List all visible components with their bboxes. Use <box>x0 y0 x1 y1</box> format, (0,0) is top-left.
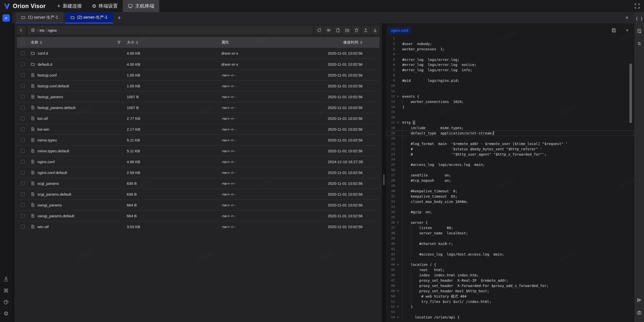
row-checkbox[interactable] <box>21 225 25 229</box>
fold-arrow-icon[interactable]: ∨ <box>395 220 401 225</box>
open-file-chip[interactable]: nginx.conf <box>388 27 411 34</box>
row-checkbox[interactable] <box>21 84 25 88</box>
file-row-koi-utf[interactable]: koi-utf2.77 KB-rw-r--r--2020-11-01 10:02… <box>17 113 379 124</box>
delete-icon[interactable] <box>352 26 361 34</box>
code-text <box>401 167 634 173</box>
line-number: 27 <box>386 173 395 178</box>
row-checkbox[interactable] <box>21 106 25 110</box>
file-row-mime.types.default[interactable]: mime.types.default5.11 KB-rw-r--r--2020-… <box>17 145 379 156</box>
file-row-uwsgi_params.default[interactable]: uwsgi_params.default664 B-rw-r--r--2020-… <box>17 210 379 221</box>
breadcrumb-segment[interactable]: etc <box>39 28 45 32</box>
close-editor-icon[interactable]: × <box>623 26 631 34</box>
code-text: server_name localhost; <box>401 231 634 236</box>
fold-arrow-icon[interactable]: ∨ <box>395 120 401 125</box>
menu-item-1[interactable]: +新建连接 <box>52 0 87 12</box>
file-row-fastcgi_params.default[interactable]: fastcgi_params.default1007 B-rw-r--r--20… <box>17 102 379 113</box>
resize-handle[interactable] <box>383 174 385 185</box>
file-row-default.d[interactable]: default.d4.00 KBdrwxr-xr-x2020-11-01 10:… <box>17 59 379 69</box>
fold-gutter <box>395 194 401 199</box>
settings-icon[interactable]: ⚙ <box>0 308 12 319</box>
fold-arrow-icon[interactable]: ∨ <box>395 94 401 99</box>
refresh-icon[interactable] <box>315 26 324 34</box>
file-attr: -rw-r--r-- <box>219 181 326 186</box>
code-text: proxy_set_header Host $http_host; <box>401 289 634 294</box>
row-checkbox[interactable] <box>21 182 25 185</box>
download-icon[interactable] <box>371 26 379 34</box>
palette-icon[interactable] <box>0 296 12 308</box>
sort-size[interactable] <box>136 41 138 44</box>
fold-arrow-icon[interactable]: ∨ <box>395 262 401 267</box>
row-checkbox[interactable] <box>21 149 25 153</box>
save-file-icon[interactable] <box>610 26 617 34</box>
row-checkbox[interactable] <box>21 203 25 207</box>
file-icon <box>31 127 35 131</box>
breadcrumb-segment[interactable]: nginx <box>48 28 57 32</box>
send-icon[interactable] <box>634 294 644 306</box>
file-row-nginx.conf[interactable]: nginx.conf4.68 KB-rw-r--r--2024-12-10 16… <box>17 156 379 167</box>
fold-arrow-icon[interactable]: ∨ <box>395 315 401 320</box>
file-row-conf.d[interactable]: conf.d4.00 KBdrwxr-xr-x2020-11-01 10:02:… <box>17 48 379 59</box>
file-row-koi-win[interactable]: koi-win2.17 KB-rw-r--r--2020-11-01 10:02… <box>17 124 379 134</box>
session-tab-2[interactable]: (2) server-生产-1 <box>65 12 113 23</box>
menu-item-3[interactable]: 主机终端 <box>123 0 159 12</box>
file-bookmark-icon[interactable] <box>634 25 644 37</box>
path-breadcrumb[interactable]: / etc / nginx <box>27 26 313 34</box>
add-tab-button[interactable]: + <box>114 12 124 23</box>
row-checkbox[interactable] <box>21 62 25 66</box>
fold-arrow-icon[interactable]: ∨ <box>395 304 401 309</box>
row-checkbox[interactable] <box>21 51 25 55</box>
line-number: 29 <box>386 183 395 189</box>
command-icon[interactable]: ⌘ <box>0 285 12 296</box>
sort-name[interactable] <box>40 41 42 44</box>
file-row-scgi_params[interactable]: scgi_params636 B-rw-r--r--2020-11-01 10:… <box>17 178 379 189</box>
row-checkbox[interactable] <box>21 73 25 77</box>
file-icon <box>31 225 35 229</box>
back-button[interactable] <box>17 26 25 34</box>
select-all-checkbox[interactable] <box>21 41 25 44</box>
brand[interactable]: Orion Visor <box>0 0 52 12</box>
code-line-5: 5#error_log logs/error.log; <box>386 57 634 62</box>
code-text: #error_log logs/error.log notice; <box>401 62 634 67</box>
sort-mtime[interactable] <box>360 41 363 44</box>
session-tab-1[interactable]: (1) server-生产-1 <box>16 12 64 23</box>
fold-arrow-icon[interactable]: ∨ <box>395 289 401 294</box>
file-icon <box>31 105 35 110</box>
upload-icon[interactable] <box>361 26 370 34</box>
new-session-button[interactable]: + <box>3 14 10 22</box>
code-line-29: 29 <box>386 183 634 189</box>
file-row-win-utf[interactable]: win-utf3.53 KB-rw-r--r--2020-11-01 10:02… <box>17 221 379 232</box>
file-row-nginx.conf.default[interactable]: nginx.conf.default2.59 KB-rw-r--r--2020-… <box>17 167 379 178</box>
tab-label: (2) server-生产-1 <box>77 15 107 20</box>
row-checkbox[interactable] <box>21 192 25 196</box>
file-row-mime.types[interactable]: mime.types5.11 KB-rw-r--r--2020-11-01 10… <box>17 134 379 145</box>
file-row-fastcgi_params[interactable]: fastcgi_params1007 B-rw-r--r--2020-11-01… <box>17 91 379 102</box>
editor-scrollbar[interactable] <box>629 64 632 123</box>
preview-icon[interactable] <box>324 26 333 34</box>
file-row-uwsgi_params[interactable]: uwsgi_params664 B-rw-r--r--2020-11-01 10… <box>17 199 379 210</box>
braces-icon[interactable]: { } <box>634 12 644 25</box>
new-file-icon[interactable] <box>334 26 342 34</box>
row-checkbox[interactable] <box>21 138 25 142</box>
code-editor[interactable]: 12#user nobody;3worker_processes 1;45#er… <box>386 36 634 322</box>
file-row-fastcgi.conf.default[interactable]: fastcgi.conf.default1.05 KB-rw-r--r--202… <box>17 80 379 91</box>
user-icon[interactable] <box>0 273 12 285</box>
filter-icon[interactable] <box>117 41 121 45</box>
row-checkbox[interactable] <box>21 171 25 174</box>
code-line-11: 11 <box>386 89 634 94</box>
row-checkbox[interactable] <box>21 214 25 218</box>
file-row-fastcgi.conf[interactable]: fastcgi.conf1.05 KB-rw-r--r--2020-11-01 … <box>17 69 379 80</box>
fullscreen-icon[interactable] <box>630 0 644 12</box>
panel-resize-divider[interactable] <box>382 23 386 322</box>
row-checkbox[interactable] <box>21 117 25 120</box>
swap-vertical-icon[interactable] <box>634 37 644 50</box>
row-checkbox[interactable] <box>21 127 25 131</box>
file-row-scgi_params.default[interactable]: scgi_params.default636 B-rw-r--r--2020-1… <box>17 189 379 199</box>
fold-gutter <box>395 67 401 73</box>
close-panel-icon[interactable]: × <box>619 12 634 23</box>
code-line-43: 43 <box>386 257 634 262</box>
row-checkbox[interactable] <box>21 160 25 164</box>
new-folder-icon[interactable] <box>343 26 351 34</box>
screenshot-icon[interactable] <box>634 306 644 319</box>
menu-item-2[interactable]: ⚙终端设置 <box>87 0 123 12</box>
row-checkbox[interactable] <box>21 95 25 99</box>
